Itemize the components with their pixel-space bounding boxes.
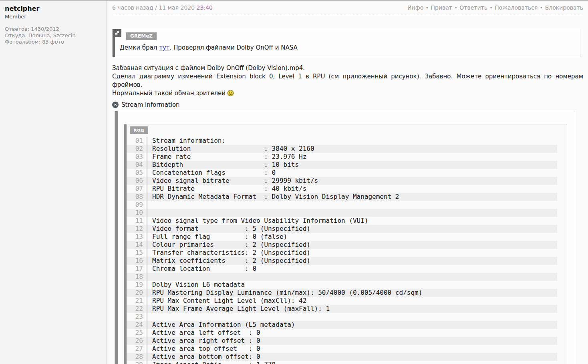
action-reply[interactable]: Ответить	[459, 4, 487, 11]
line-number: 16	[127, 257, 147, 265]
line-text	[147, 313, 152, 321]
spoiler-left-bar	[115, 111, 118, 364]
post-date: 6 часов назад / 11 мая 2020 23:40	[112, 4, 213, 11]
line-number: 22	[127, 305, 147, 313]
post-date-text: 6 часов назад / 11 мая 2020	[112, 4, 197, 11]
quote-block: GREMeZ Демки брал тут. Проверял файлами …	[112, 29, 580, 57]
line-number: 27	[127, 345, 147, 353]
line-text: Video signal bitrate : 29999 kbit/s	[147, 177, 318, 185]
user-stat-replies: Ответов: 1430/2012	[5, 26, 101, 32]
code-line: 28Active area bottom offset: 0	[127, 353, 557, 361]
line-number: 03	[127, 153, 147, 161]
code-line: 25Active area left offset : 0	[127, 329, 557, 337]
username-link[interactable]: netcipher	[5, 5, 101, 12]
line-text	[147, 201, 152, 209]
line-number: 01	[127, 137, 147, 145]
chain-link-icon[interactable]	[113, 29, 121, 37]
code-left-bar	[124, 124, 127, 364]
action-info[interactable]: Инфо	[407, 4, 423, 11]
code-badge: код	[130, 126, 148, 134]
line-text: Chroma location : 0	[147, 265, 256, 273]
code-line: 14Colour primaries : 2 (Unspecified)	[127, 241, 557, 249]
chevron-up-circle-icon[interactable]	[112, 102, 119, 108]
code-lines: 01Stream information:02Resolution : 3840…	[127, 137, 567, 364]
post-actions: Инфо•Приват•Ответить•Пожаловаться•Блокир…	[407, 4, 583, 11]
line-text: Bitdepth : 10 bits	[147, 161, 299, 169]
code-line: 24Active Area Information (L5 metadata)	[127, 321, 557, 329]
line-number: 05	[127, 169, 147, 177]
quote-text-after: . Проверял файлами Dolby OnOff и NASA	[170, 44, 298, 51]
code-line: 21RPU Max Content Light Level (maxCll): …	[127, 297, 557, 305]
line-text: Concatenation flags : 0	[147, 169, 276, 177]
line-text: Video signal type from Video Usability I…	[147, 217, 368, 225]
code-line: 04Bitdepth : 10 bits	[127, 161, 557, 169]
code-line: 29Image Aspect Ratio : 1.778	[127, 361, 557, 364]
line-text: Active area left offset : 0	[147, 329, 260, 337]
user-stat-photos: Фотоальбом: 83 фото	[5, 39, 101, 45]
spoiler-content: код 01Stream information:02Resolution : …	[115, 111, 575, 364]
post-paragraph: Нормальный такой обман зрителей	[112, 89, 583, 98]
action-private[interactable]: Приват	[431, 4, 452, 11]
line-text: RPU Bitrate : 40 kbit/s	[147, 185, 306, 193]
code-line: 17Chroma location : 0	[127, 265, 557, 273]
post-main: 6 часов назад / 11 мая 2020 23:40 Инфо•П…	[107, 1, 588, 364]
code-line: 26Active area right offset : 0	[127, 337, 557, 345]
smiley-face-icon	[227, 90, 234, 96]
line-text: Matrix coefficients : 2 (Unspecified)	[147, 257, 310, 265]
line-text: Video format : 5 (Unspecified)	[147, 225, 310, 233]
post-paragraph: Забавная ситуация с файлом Dolby OnOff (…	[112, 64, 583, 72]
code-line: 16Matrix coefficients : 2 (Unspecified)	[127, 257, 557, 265]
code-line: 20RPU Mastering Display Luminance (min/m…	[127, 289, 557, 297]
code-line: 27Active area top offset : 0	[127, 345, 557, 353]
action-separator: •	[540, 4, 543, 11]
line-number: 29	[127, 361, 147, 364]
line-text: Colour primaries : 2 (Unspecified)	[147, 241, 310, 249]
code-line: 02Resolution : 3840 x 2160	[127, 145, 557, 153]
line-number: 13	[127, 233, 147, 241]
user-stat-location: Откуда: Польша, Szczecin	[5, 32, 101, 39]
code-block: код 01Stream information:02Resolution : …	[124, 124, 567, 364]
code-line: 18	[127, 273, 557, 281]
code-line: 09	[127, 201, 557, 209]
action-separator: •	[489, 4, 493, 11]
line-number: 07	[127, 185, 147, 193]
code-line: 01Stream information:	[127, 137, 557, 145]
line-text: RPU Max Content Light Level (maxCll): 42	[147, 297, 306, 305]
line-text: HDR Dynamic Metadata Format : Dolby Visi…	[147, 193, 399, 201]
line-text: Full range flag : 0 (false)	[147, 233, 287, 241]
code-line: 22RPU Max Frame Average Light Level (max…	[127, 305, 557, 313]
line-text	[147, 209, 152, 217]
post-paragraph: Сделал диаграмму изменений Extension blo…	[112, 72, 583, 89]
line-number: 19	[127, 281, 147, 289]
action-report[interactable]: Пожаловаться	[495, 4, 538, 11]
line-text: Resolution : 3840 x 2160	[147, 145, 314, 153]
line-number: 14	[127, 241, 147, 249]
line-number: 26	[127, 337, 147, 345]
action-separator: •	[454, 4, 457, 11]
action-separator: •	[425, 4, 429, 11]
line-number: 08	[127, 193, 147, 201]
line-number: 02	[127, 145, 147, 153]
user-sidebar: netcipher Member Ответов: 1430/2012 Отку…	[0, 1, 107, 364]
line-number: 20	[127, 289, 147, 297]
line-number: 24	[127, 321, 147, 329]
code-line: 03Frame rate : 23.976 Hz	[127, 153, 557, 161]
line-text: Active area bottom offset: 0	[147, 353, 260, 361]
quote-link[interactable]: тут	[159, 44, 169, 51]
line-number: 11	[127, 217, 147, 225]
line-text: Transfer characteristics: 2 (Unspecified…	[147, 249, 310, 257]
quote-author-badge[interactable]: GREMeZ	[126, 32, 157, 40]
post-time[interactable]: 23:40	[197, 4, 213, 11]
line-number: 21	[127, 297, 147, 305]
spoiler-title[interactable]: Stream information	[121, 101, 180, 108]
code-line: 11Video signal type from Video Usability…	[127, 217, 557, 225]
line-number: 25	[127, 329, 147, 337]
code-line: 10	[127, 209, 557, 217]
code-line: 07RPU Bitrate : 40 kbit/s	[127, 185, 557, 193]
action-block[interactable]: Блокировать	[545, 4, 583, 11]
line-text	[147, 273, 152, 281]
post-header: 6 часов назад / 11 мая 2020 23:40 Инфо•П…	[112, 1, 583, 15]
line-text: RPU Mastering Display Luminance (min/max…	[147, 289, 422, 297]
forum-post: netcipher Member Ответов: 1430/2012 Отку…	[0, 0, 588, 364]
line-number: 23	[127, 313, 147, 321]
